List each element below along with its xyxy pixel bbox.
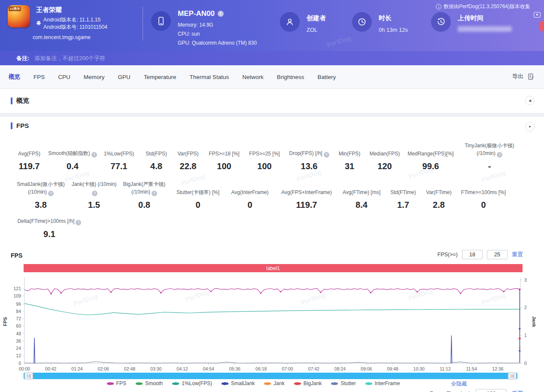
svg-text:08:24: 08:24 — [334, 366, 346, 371]
edge-widget[interactable] — [539, 21, 544, 32]
help-icon[interactable] — [76, 220, 81, 225]
legend-label: InterFrame — [375, 380, 400, 386]
upload-time-redacted — [458, 26, 512, 32]
screenshot-icon[interactable] — [534, 12, 541, 18]
ftime-threshold-input[interactable] — [476, 389, 507, 392]
device-info-icon[interactable] — [218, 11, 224, 17]
help-icon[interactable] — [324, 152, 329, 158]
legend-chip — [172, 383, 179, 385]
svg-text:09:48: 09:48 — [387, 366, 398, 371]
svg-text:96: 96 — [16, 301, 21, 307]
svg-text:09:06: 09:06 — [361, 366, 372, 371]
help-icon[interactable] — [497, 152, 502, 158]
overview-title: 概览 — [16, 97, 29, 105]
metric-std-ftime: Std(FTime)1.7 — [385, 188, 421, 210]
android-version-code: Android版本号: 1101011504 — [43, 24, 107, 31]
tab-thermal-status[interactable]: Thermal Status — [190, 74, 229, 80]
device-memory: Memory: 14.9G — [178, 22, 213, 28]
svg-text:00:00: 00:00 — [19, 366, 30, 371]
chart-label-band-text: label1 — [266, 265, 280, 271]
legend-chip — [136, 383, 143, 385]
metric-avg-fps-interframe: Avg(FPS+InterFrame)119.7 — [275, 188, 338, 210]
metric-stutter: Stutter(卡顿率) [%]0 — [171, 188, 225, 210]
device-model-text: MEP-AN00 — [178, 9, 215, 18]
metric-tinyjank: TinyJank(极微小卡顿) (/10min)- — [457, 142, 522, 171]
svg-text:00:42: 00:42 — [45, 366, 56, 371]
legend-item-smooth[interactable]: Smooth — [136, 380, 163, 386]
legend-chip — [294, 383, 301, 385]
chart-label-band[interactable]: label1 — [24, 264, 523, 272]
game-title: 王者荣耀 — [36, 6, 62, 14]
legend-item-interframe[interactable]: InterFrame — [365, 380, 400, 386]
legend-item-fps[interactable]: FPS — [107, 380, 126, 386]
tab-temperature[interactable]: Temperature — [144, 74, 176, 80]
overview-collapse-button[interactable]: ◀ — [525, 96, 535, 105]
legend-item-1pct-low[interactable]: 1%Low(FPS) — [172, 380, 212, 386]
fps-metrics-row3: Delta(FTime)>100ms [/h]9.1 — [11, 217, 88, 239]
legend-label: SmallJank — [231, 380, 255, 386]
tab-battery[interactable]: Battery — [317, 74, 336, 80]
metric-fps-ge-25: FPS>=25 [%]100 — [244, 150, 285, 171]
metric-min-fps: Min(FPS)31 — [334, 150, 365, 171]
fps-title: FPS — [16, 122, 29, 129]
fps-threshold-input-1[interactable] — [462, 250, 483, 259]
legend-label: Stutter — [340, 380, 356, 386]
ftime-reset-link[interactable]: 重置 — [512, 390, 523, 392]
legend-chip — [222, 383, 228, 385]
note-input[interactable] — [34, 55, 335, 61]
fps-chart-canvas[interactable]: 012243648607284961091210123FPSJank00:000… — [0, 274, 544, 374]
svg-text:36: 36 — [16, 338, 21, 343]
svg-text:10:30: 10:30 — [413, 366, 425, 371]
fps-threshold-input-2[interactable] — [487, 250, 508, 259]
metric-smalljank: SmallJank(微小卡顿) (/10min)3.8 — [11, 180, 71, 210]
overview-section: 概览 ◀ — [0, 89, 544, 113]
tab-memory[interactable]: Memory — [84, 74, 105, 80]
fps-metrics-row2: SmallJank(微小卡顿) (/10min)3.8 Jank(卡顿) (/1… — [11, 180, 511, 210]
range-grip-left[interactable] — [24, 372, 33, 380]
tab-fps[interactable]: FPS — [33, 74, 45, 80]
svg-text:12:36: 12:36 — [492, 366, 503, 371]
metric-avg-fps: Avg(FPS)119.7 — [11, 150, 48, 171]
upload-time-label: 上传时间 — [458, 14, 483, 22]
svg-text:60: 60 — [16, 323, 21, 328]
svg-text:0: 0 — [524, 361, 527, 366]
hide-all-link[interactable]: 全隐藏 — [451, 380, 467, 388]
creator-label: 创建者 — [307, 14, 326, 22]
export-icon — [527, 73, 535, 80]
help-icon[interactable] — [48, 191, 54, 196]
metric-bigjank: BigJank(严重卡顿) (/10min)0.8 — [117, 180, 171, 210]
svg-text:Jank: Jank — [532, 316, 537, 327]
svg-text:04:54: 04:54 — [203, 366, 214, 371]
tab-gpu[interactable]: GPU — [118, 74, 131, 80]
fps-threshold-reset-link[interactable]: 重置 — [512, 251, 523, 258]
tab-network[interactable]: Network — [242, 74, 264, 80]
fps-chart[interactable]: 012243648607284961091210123FPSJank00:000… — [0, 274, 544, 374]
heading-accent-bar — [11, 122, 12, 129]
legend-chip — [107, 383, 114, 385]
legend-item-smalljank[interactable]: SmallJank — [222, 380, 255, 386]
help-icon[interactable] — [152, 191, 157, 196]
legend-label: 1%Low(FPS) — [182, 380, 212, 386]
range-grip-right[interactable] — [508, 372, 517, 380]
legend-item-stutter[interactable]: Stutter — [331, 380, 356, 386]
tab-brightness[interactable]: Brightness — [277, 74, 304, 80]
help-icon[interactable] — [92, 191, 97, 196]
tab-overview[interactable]: 概览 — [9, 73, 20, 81]
legend-item-bigjank[interactable]: BigJank — [294, 380, 322, 386]
export-button[interactable]: 导出 — [512, 73, 535, 80]
export-label: 导出 — [512, 73, 523, 80]
tab-cpu[interactable]: CPU — [58, 74, 70, 80]
fps-collapse-button[interactable]: ▼ — [525, 122, 535, 131]
legend-item-jank[interactable]: Jank — [264, 380, 284, 386]
legend-chip — [331, 383, 338, 385]
metric-avg-interframe: Avg(InterFrame)0 — [225, 188, 275, 210]
chart-range-scrollbar[interactable] — [24, 373, 517, 379]
android-version-name: Android版本名: 11.1.1.15 — [43, 16, 100, 24]
svg-text:48: 48 — [16, 331, 21, 336]
watermark: PerfDog — [326, 34, 352, 49]
device-model: MEP-AN00 — [178, 9, 224, 18]
metric-var-ftime: Var(FTime)2.8 — [421, 188, 456, 210]
help-icon[interactable] — [91, 152, 97, 158]
collapse-down-icon: ▼ — [528, 125, 532, 129]
svg-text:109: 109 — [13, 293, 21, 298]
